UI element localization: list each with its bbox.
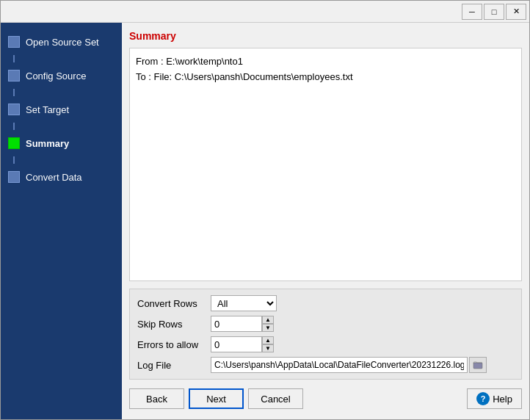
step-indicator-4	[8, 137, 20, 149]
errors-to-allow-label: Errors to allow	[137, 339, 211, 350]
svg-rect-0	[473, 363, 482, 369]
sidebar-item-convert-data[interactable]: Convert Data	[1, 165, 122, 189]
summary-line-1: From : E:\work\temp\nto1	[136, 54, 515, 70]
skip-rows-up-button[interactable]: ▲	[262, 316, 274, 324]
help-icon: ?	[476, 392, 490, 405]
back-button[interactable]: Back	[129, 388, 184, 409]
form-area: Convert Rows All Range First N Skip Rows	[129, 289, 522, 380]
help-label: Help	[493, 394, 512, 405]
summary-line-2: To : File: C:\Users\pansh\Documents\empl…	[136, 70, 515, 85]
log-file-row: Log File	[137, 357, 514, 373]
sidebar-item-set-target[interactable]: Set Target	[1, 98, 122, 121]
errors-to-allow-input[interactable]	[211, 336, 262, 352]
connector-4	[13, 156, 15, 164]
close-button[interactable]: ✕	[506, 4, 526, 20]
bottom-left-buttons: Back Next Cancel	[129, 388, 303, 409]
main-layout: Open Source Set Config Source Set Target…	[1, 23, 529, 419]
content-area: Summary From : E:\work\temp\nto1 To : Fi…	[122, 23, 529, 419]
convert-rows-row: Convert Rows All Range First N	[137, 295, 514, 311]
skip-rows-label: Skip Rows	[137, 319, 211, 330]
skip-rows-down-button[interactable]: ▼	[262, 324, 274, 332]
skip-rows-input[interactable]	[211, 316, 262, 332]
skip-rows-spinner: ▲ ▼	[211, 316, 274, 332]
convert-rows-select[interactable]: All Range First N	[211, 295, 277, 311]
convert-rows-label: Convert Rows	[137, 298, 211, 309]
errors-down-button[interactable]: ▼	[262, 344, 274, 352]
main-window: ─ □ ✕ Open Source Set Config Source Set …	[0, 0, 530, 420]
log-file-label: Log File	[137, 360, 211, 371]
step-indicator-2	[8, 70, 20, 82]
sidebar-item-summary[interactable]: Summary	[1, 131, 122, 155]
title-bar: ─ □ ✕	[1, 1, 529, 23]
section-title: Summary	[129, 30, 522, 42]
skip-rows-row: Skip Rows ▲ ▼	[137, 316, 514, 332]
skip-rows-spinner-buttons: ▲ ▼	[262, 316, 274, 332]
next-button[interactable]: Next	[189, 388, 244, 409]
cancel-button[interactable]: Cancel	[248, 388, 303, 409]
title-bar-controls: ─ □ ✕	[462, 4, 526, 20]
sidebar: Open Source Set Config Source Set Target…	[1, 23, 122, 419]
log-file-browse-button[interactable]	[469, 357, 487, 373]
errors-spinner-buttons: ▲ ▼	[262, 336, 274, 352]
errors-spinner: ▲ ▼	[211, 336, 274, 352]
step-indicator-1	[8, 36, 20, 48]
errors-up-button[interactable]: ▲	[262, 336, 274, 344]
folder-icon	[473, 360, 483, 370]
errors-to-allow-row: Errors to allow ▲ ▼	[137, 336, 514, 352]
step-indicator-5	[8, 171, 20, 183]
log-file-input[interactable]	[211, 357, 468, 373]
connector-2	[13, 89, 15, 96]
maximize-button[interactable]: □	[484, 4, 504, 20]
connector-3	[13, 123, 15, 130]
help-button[interactable]: ? Help	[467, 388, 522, 409]
bottom-bar: Back Next Cancel ? Help	[129, 385, 522, 412]
sidebar-item-open-source-set[interactable]: Open Source Set	[1, 30, 122, 54]
summary-box: From : E:\work\temp\nto1 To : File: C:\U…	[129, 48, 522, 281]
step-indicator-3	[8, 104, 20, 115]
minimize-button[interactable]: ─	[462, 4, 482, 20]
convert-rows-control: All Range First N	[211, 295, 277, 311]
log-file-control	[211, 357, 487, 373]
sidebar-item-config-source[interactable]: Config Source	[1, 64, 122, 87]
bottom-right-buttons: ? Help	[467, 388, 522, 409]
connector-1	[13, 55, 15, 62]
